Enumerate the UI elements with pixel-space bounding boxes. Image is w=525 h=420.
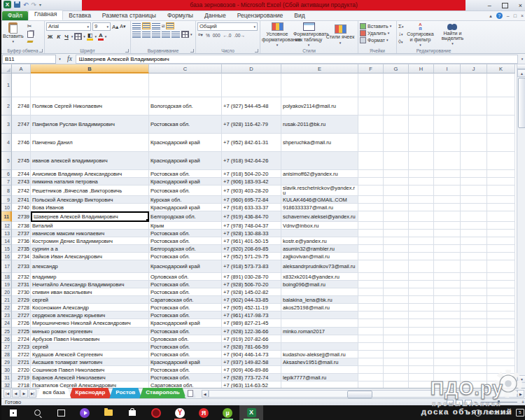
cell-F14[interactable] — [358, 237, 384, 245]
cell-A27[interactable]: 2723 — [12, 343, 31, 351]
cell-H28[interactable] — [409, 351, 434, 358]
cell-C18[interactable]: Орловская обл. — [149, 273, 222, 281]
first-sheet-icon[interactable]: |◀ — [4, 389, 11, 398]
cell-G29[interactable] — [384, 358, 409, 366]
cell-H21[interactable] — [409, 296, 434, 304]
row-header-15[interactable]: 15 — [1, 245, 12, 253]
cell-G3[interactable] — [384, 115, 409, 134]
store-button[interactable] — [120, 405, 144, 420]
cell-B7[interactable]: пимкина наталия петровна — [31, 178, 149, 186]
horizontal-scroll-thumb[interactable] — [347, 391, 372, 398]
cell-D28[interactable]: +7 (904) 446-14-73 — [222, 351, 281, 358]
cell-D20[interactable]: +7 (928) 145-02-82 — [222, 288, 281, 296]
cell-G23[interactable] — [384, 312, 409, 319]
cell-I27[interactable] — [434, 343, 461, 351]
cell-I12[interactable] — [434, 222, 461, 230]
row-header-22[interactable]: 22 — [1, 304, 12, 312]
column-header-F[interactable]: F — [358, 64, 384, 74]
cell-D3[interactable]: +7 (928) 116-42-79 — [222, 115, 281, 134]
cell-A5[interactable]: 2745 — [12, 152, 31, 170]
clipboard-dialog-launcher-icon[interactable] — [39, 49, 43, 52]
cell-F19[interactable] — [358, 281, 384, 288]
cell-E24[interactable] — [281, 319, 358, 328]
row-header-25[interactable]: 25 — [1, 328, 12, 335]
row-header-21[interactable]: 21 — [1, 296, 12, 304]
ribbon-tab-file[interactable]: Файл — [2, 11, 28, 20]
cell-C32[interactable]: Саратовская обл. — [149, 382, 222, 388]
cell-K15[interactable] — [487, 245, 515, 253]
scroll-down-icon[interactable]: ▼ — [517, 375, 525, 383]
cell-A4[interactable]: 2746 — [12, 134, 31, 152]
clear-icon[interactable]: ◊▾ — [398, 38, 403, 45]
cell-A20[interactable]: 2730 — [12, 288, 31, 296]
cell-G22[interactable] — [384, 304, 409, 312]
cell-H31[interactable] — [409, 374, 434, 382]
cell-F1[interactable] — [358, 74, 384, 97]
cell-K5[interactable] — [487, 152, 515, 170]
last-sheet-icon[interactable]: ▶| — [29, 389, 36, 398]
cell-G18[interactable] — [384, 273, 409, 281]
alignment-dialog-launcher-icon[interactable] — [190, 49, 194, 52]
cell-E29[interactable]: Aksashev1951@mail.ru — [281, 358, 358, 366]
cell-B11[interactable]: Шавернев Алексей Владимирович — [31, 211, 149, 222]
cell-C7[interactable]: Краснодарский край — [149, 178, 222, 186]
cell-F23[interactable] — [358, 312, 384, 319]
cell-F28[interactable] — [358, 351, 384, 358]
horizontal-scrollbar[interactable]: ◀ ▶ — [202, 390, 524, 398]
row-header-30[interactable]: 30 — [1, 366, 12, 374]
cell-C6[interactable]: Ростовская обл. — [149, 170, 222, 178]
cell-C28[interactable]: Ростовская обл. — [149, 351, 222, 358]
grow-font-icon[interactable]: А▴ — [112, 24, 118, 30]
cell-I18[interactable] — [434, 273, 461, 281]
increase-indent-icon[interactable] — [172, 31, 180, 38]
cell-G32[interactable] — [384, 382, 409, 388]
cell-A30[interactable]: 2720 — [12, 366, 31, 374]
cell-H1[interactable] — [409, 74, 434, 97]
cell-K10[interactable] — [487, 204, 515, 211]
cell-K24[interactable] — [487, 319, 515, 328]
cell-C11[interactable]: Белгородская обл. — [149, 211, 222, 222]
cell-J22[interactable] — [461, 304, 487, 312]
cell-E18[interactable]: x832xk2014@yandex.ru — [281, 273, 358, 281]
cell-A19[interactable]: 2731 — [12, 281, 31, 288]
cell-A18[interactable]: 2732 — [12, 273, 31, 281]
merge-center-icon[interactable] — [181, 31, 189, 38]
cell-E19[interactable]: boing096@mail.ru — [281, 281, 358, 288]
cell-I14[interactable] — [434, 237, 461, 245]
cell-K29[interactable] — [487, 358, 515, 366]
cell-H16[interactable] — [409, 253, 434, 260]
cell-E1[interactable] — [281, 74, 358, 97]
cell-H18[interactable] — [409, 273, 434, 281]
row-header-9[interactable]: 9 — [1, 196, 12, 204]
cell-A9[interactable]: 2741 — [12, 196, 31, 204]
cell-G15[interactable] — [384, 245, 409, 253]
cell-K20[interactable] — [487, 288, 515, 296]
cell-C30[interactable]: Ростовская обл. — [149, 366, 222, 374]
cell-A12[interactable]: 2738 — [12, 222, 31, 230]
row-header-13[interactable]: 13 — [1, 230, 12, 237]
cell-K28[interactable] — [487, 351, 515, 358]
cell-D23[interactable]: +7 (961) 417-98-73 — [222, 312, 281, 319]
cell-F25[interactable] — [358, 328, 384, 335]
cell-D2[interactable]: +7 (927) 544-45-48 — [222, 97, 281, 115]
row-header-31[interactable]: 31 — [1, 374, 12, 382]
cell-E20[interactable] — [281, 288, 358, 296]
cell-B21[interactable]: сергей — [31, 296, 149, 304]
ribbon-tab-insert[interactable]: Вставка — [63, 11, 97, 20]
cell-G5[interactable] — [384, 152, 409, 170]
column-header-I[interactable]: I — [434, 64, 461, 74]
cell-A11[interactable]: 2739 — [12, 211, 31, 222]
cell-G21[interactable] — [384, 296, 409, 304]
cell-C13[interactable]: Ростовская обл. — [149, 230, 222, 237]
cell-I6[interactable] — [434, 170, 461, 178]
column-header-B[interactable]: B — [31, 64, 149, 74]
ribbon-tab-formulas[interactable]: Формулы — [162, 11, 199, 20]
cell-C10[interactable]: Краснодарский край — [149, 204, 222, 211]
cell-G11[interactable] — [384, 211, 409, 222]
cell-E9[interactable]: KULAK4646@GMAIL.COM — [281, 196, 358, 204]
workbook-restore-icon[interactable]: □ — [514, 13, 517, 18]
formula-input[interactable]: Шавернев Алексей Владимирович — [76, 55, 518, 64]
vertical-scrollbar[interactable]: ▲ ▼ — [517, 64, 525, 388]
bold-button[interactable]: Ж — [46, 34, 54, 40]
cell-G25[interactable] — [384, 328, 409, 335]
